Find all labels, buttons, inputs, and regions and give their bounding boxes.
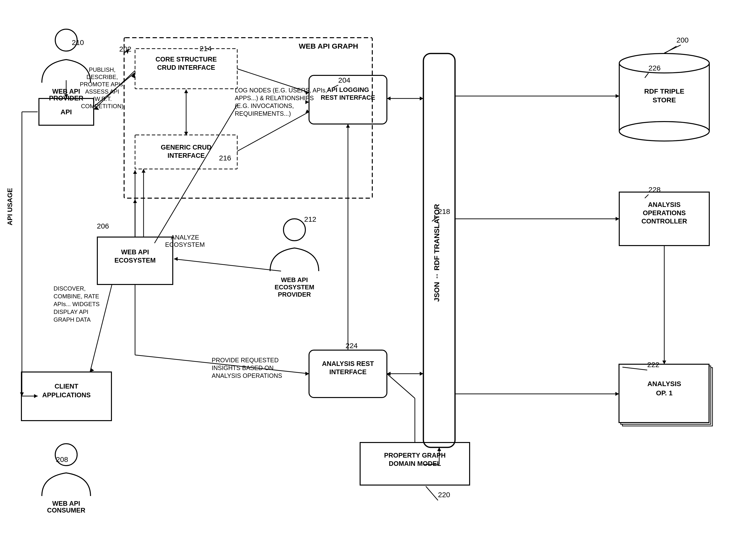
svg-text:INTERFACE: INTERFACE: [167, 152, 205, 159]
svg-text:ANALYZE: ANALYZE: [171, 234, 199, 241]
svg-text:ANALYSIS OPERATIONS: ANALYSIS OPERATIONS: [212, 372, 282, 379]
svg-text:216: 216: [219, 154, 231, 162]
svg-text:DISCOVER,: DISCOVER,: [54, 285, 86, 292]
svg-text:API LOGGING: API LOGGING: [327, 86, 369, 93]
svg-text:(E.G. INVOCATIONS,: (E.G. INVOCATIONS,: [235, 102, 294, 109]
svg-text:WEB API: WEB API: [121, 249, 149, 256]
svg-text:PROPERTY GRAPH: PROPERTY GRAPH: [384, 452, 446, 459]
svg-text:LOG NODES (E.G. USERS, APIs,: LOG NODES (E.G. USERS, APIs,: [235, 87, 327, 94]
svg-text:214: 214: [200, 45, 212, 53]
svg-point-15: [619, 54, 709, 73]
svg-text:OP. 1: OP. 1: [656, 389, 673, 397]
svg-text:API: API: [61, 108, 72, 116]
svg-text:CLIENT: CLIENT: [55, 383, 78, 390]
svg-text:DESCRIBE,: DESCRIBE,: [86, 74, 118, 80]
svg-text:GENERIC CRUD: GENERIC CRUD: [161, 144, 212, 151]
svg-text:ANALYSIS: ANALYSIS: [648, 201, 681, 208]
svg-text:210: 210: [72, 38, 84, 46]
svg-text:208: 208: [56, 455, 68, 463]
svg-text:ECOSYSTEM: ECOSYSTEM: [165, 241, 205, 248]
svg-text:ECOSYSTEM: ECOSYSTEM: [274, 283, 314, 291]
svg-text:CRUD INTERFACE: CRUD INTERFACE: [157, 64, 215, 71]
svg-text:ANALYSIS: ANALYSIS: [647, 380, 681, 387]
svg-text:PUBLISH,: PUBLISH,: [89, 66, 115, 73]
svg-text:224: 224: [346, 341, 358, 350]
svg-text:206: 206: [97, 222, 109, 230]
svg-text:218: 218: [438, 208, 450, 216]
svg-text:WEB API: WEB API: [52, 500, 80, 507]
svg-text:OPERATIONS: OPERATIONS: [643, 209, 686, 217]
svg-text:WEB API GRAPH: WEB API GRAPH: [299, 42, 358, 50]
svg-point-16: [619, 122, 709, 141]
diagram-container: WEB API GRAPH CORE STRUCTURE CRUD INTERF…: [0, 0, 756, 549]
svg-text:API USAGE: API USAGE: [6, 188, 14, 226]
svg-text:204: 204: [338, 76, 350, 84]
svg-text:CORE STRUCTURE: CORE STRUCTURE: [155, 56, 217, 63]
svg-text:CONSUMER: CONSUMER: [47, 507, 85, 514]
svg-text:INTERFACE: INTERFACE: [329, 368, 366, 376]
svg-text:200: 200: [676, 36, 689, 44]
svg-text:ASSESS API: ASSESS API: [85, 88, 119, 95]
svg-text:DOMAIN MODEL: DOMAIN MODEL: [389, 460, 441, 467]
svg-text:CONTROLLER: CONTROLLER: [641, 218, 687, 225]
svg-text:226: 226: [648, 64, 661, 72]
svg-text:GRAPH DATA: GRAPH DATA: [54, 316, 91, 323]
svg-text:STORE: STORE: [653, 96, 676, 104]
svg-text:228: 228: [648, 186, 661, 194]
svg-text:APPLICATIONS: APPLICATIONS: [42, 391, 91, 399]
svg-text:REST INTERFACE: REST INTERFACE: [321, 94, 375, 101]
svg-text:RDF TRIPLE: RDF TRIPLE: [644, 88, 684, 95]
svg-text:WEB API: WEB API: [281, 276, 308, 283]
svg-text:220: 220: [438, 491, 450, 499]
svg-text:APIs... WIDGETS: APIs... WIDGETS: [54, 301, 100, 307]
svg-text:ANALYSIS REST: ANALYSIS REST: [322, 360, 374, 367]
architecture-diagram: WEB API GRAPH CORE STRUCTURE CRUD INTERF…: [0, 0, 756, 549]
svg-text:212: 212: [304, 215, 316, 223]
svg-text:PROVIDE REQUESTED: PROVIDE REQUESTED: [212, 357, 279, 363]
svg-text:222: 222: [647, 360, 659, 368]
svg-text:REQUIREMENTS...): REQUIREMENTS...): [235, 110, 291, 117]
svg-text:ECOSYSTEM: ECOSYSTEM: [114, 257, 156, 264]
svg-text:JSON ↔ RDF TRANSLATOR: JSON ↔ RDF TRANSLATOR: [433, 204, 441, 302]
svg-text:APPS...) & RELATIONSHIPS: APPS...) & RELATIONSHIPS: [235, 95, 314, 101]
svg-text:DISPLAY API: DISPLAY API: [54, 308, 88, 315]
svg-text:PROVIDER: PROVIDER: [278, 291, 311, 298]
svg-text:COMBINE, RATE: COMBINE, RATE: [54, 293, 99, 299]
svg-text:INSIGHTS BASED ON: INSIGHTS BASED ON: [212, 364, 273, 371]
svg-text:COMPETITION): COMPETITION): [81, 103, 124, 109]
